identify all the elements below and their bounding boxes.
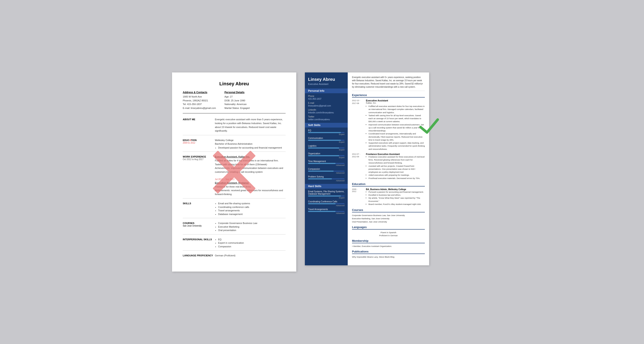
city: Phoenix, 1992AZ 85021 xyxy=(183,99,216,103)
courses-list: Corporate Governance Business LawExecuti… xyxy=(218,221,286,232)
linkedin-value: linkedin.com/in/linseyabreu xyxy=(308,111,344,114)
exp-jobtitle: Freelance Executive Assistant xyxy=(366,153,425,155)
courses-content: Corporate Governance Business LawExecuti… xyxy=(215,221,286,232)
soft-skill-bar-bg xyxy=(308,140,344,141)
exp-bullet: Assisted with ad-hoc projects. Created P… xyxy=(368,165,425,174)
interpersonal-item: Compassion xyxy=(218,245,286,248)
left-name: Linsey Abreu xyxy=(183,81,286,87)
address-label: Address & Contacts xyxy=(183,91,216,94)
exp-bullet: Supported executives with project suppor… xyxy=(368,141,425,151)
left-header: Linsey Abreu xyxy=(183,81,286,87)
soft-skill-name: EQ xyxy=(308,129,344,132)
skill-item: Coordinating conference calls xyxy=(218,205,286,209)
edu-bullets: Pursued a passion for accounting and fin… xyxy=(368,191,425,206)
skills-title: SKILLS xyxy=(183,202,215,216)
hard-skills-container: Email Systems, File-Sharing Systems, Dat… xyxy=(308,190,344,214)
exp-bullets: Freelance executive assistant for three … xyxy=(368,155,425,180)
languages-title: Languages xyxy=(352,225,425,230)
soft-skill-name: Communication xyxy=(308,137,344,139)
tel: Tel: 415-350-1837 xyxy=(183,103,216,106)
membership-item: • Member, Executive Assistant Organizati… xyxy=(352,245,425,247)
work-content: Executive Assistant, Kallas Inc. Fulfill… xyxy=(215,155,286,196)
exp-jobtitle: Executive Assistant xyxy=(366,99,425,102)
phone-label: Phone xyxy=(308,95,344,97)
right-title: Executive Assistant xyxy=(308,83,344,85)
course-item-right: Oral Presentation, San Jose University xyxy=(352,221,425,223)
work-section: WORK EXPERIENCE Oct 2012 to Aug 2017 Exe… xyxy=(183,155,286,198)
course-item: Corporate Governance Business Law xyxy=(218,221,286,225)
education-date: 2009 to 2012 xyxy=(183,142,195,144)
hard-skill-level: Expert xyxy=(308,197,344,199)
hard-skill-bar-fill xyxy=(308,211,336,212)
publications-section: Publications Why Impossible Means Lazy, … xyxy=(352,250,425,258)
courses-title: COURSES San Jose University xyxy=(183,221,215,232)
experience-item: 2012-07 - 2012-09Freelance Executive Ass… xyxy=(352,153,425,180)
soft-skill-bar-bg xyxy=(308,132,344,133)
hard-skill-bar-bg xyxy=(308,203,344,204)
exp-content: Executive AssistantKallas, Inc.Fulfilled… xyxy=(366,99,425,151)
skill-item: Travel arrangements xyxy=(218,209,286,212)
twitter-label: Twitter xyxy=(308,116,344,118)
personal-info-title: Personal Info xyxy=(305,89,348,93)
interpersonal-item: Expert in communication xyxy=(218,241,286,245)
exp-bullet: Aided executives with preparing for meet… xyxy=(368,174,425,177)
edu-date: 2009 - 2012 xyxy=(352,188,364,206)
soft-skill-bar-fill xyxy=(308,163,336,164)
soft-skill-bar-fill xyxy=(308,132,341,133)
language-item: Proficient in German xyxy=(352,234,425,237)
resume-right: Linsey Abreu Executive Assistant Persona… xyxy=(305,73,429,265)
email: E-mail: linseyabreu@gmail.com xyxy=(183,106,216,110)
right-publications-container: Why Impossible Means Lazy, Steve Blank B… xyxy=(352,256,425,258)
language-content: German (Proficient) xyxy=(215,254,286,258)
experience-title: Experience xyxy=(352,94,425,98)
right-name: Linsey Abreu xyxy=(308,77,344,82)
soft-skill-bar-bg xyxy=(308,163,344,164)
soft-skill-level: Advanced xyxy=(308,164,344,166)
email-label: E-mail xyxy=(308,102,344,104)
edu-bullet: Board member, Punch's Alley student-mana… xyxy=(368,203,425,206)
about-title: ABOUT ME xyxy=(183,118,215,133)
resume-left: Linsey Abreu Address & Contacts 1905 W N… xyxy=(172,73,296,271)
courses-title-right: Courses xyxy=(352,208,425,212)
skill-item: Database management xyxy=(218,212,286,216)
education-title-right: Education xyxy=(352,182,425,186)
interpersonal-title: INTERPERSONAL SKILLS xyxy=(183,238,215,248)
hard-skill-bar-fill xyxy=(308,203,336,204)
left-personal-block: Personal Details Age: 27 DOB: 25 June 19… xyxy=(224,91,250,110)
exp-bullet: Improved communication between executive… xyxy=(368,123,425,132)
soft-skill-level: Expert xyxy=(308,149,344,151)
publication-item: Why Impossible Means Lazy, Steve Blank B… xyxy=(352,256,425,258)
email-value: linseyabreu@gmail.com xyxy=(308,105,344,107)
soft-skill-name: Time Management xyxy=(308,160,344,162)
education-section: EDUCATION 2009 to 2012 Wellesley College… xyxy=(183,138,286,152)
skill-item: Email and file-sharing systems xyxy=(218,202,286,205)
experience-item: 2012-10 - 2017-08Executive AssistantKall… xyxy=(352,99,425,151)
soft-skill-name: Problem Solving xyxy=(308,176,344,178)
exp-bullets: Fulfilled all executive assistant duties… xyxy=(368,105,425,151)
about-content: Energetic executive assistant with more … xyxy=(215,118,286,133)
soft-skill-level: Expert xyxy=(308,133,344,135)
languages-section: Languages Fluent in SpanishProficient in… xyxy=(352,225,425,237)
soft-skill-level: Expert xyxy=(308,141,344,143)
course-item: Executive Marketing xyxy=(218,225,286,229)
hard-skill-name: Email Systems, File-Sharing Systems, Dat… xyxy=(308,190,344,195)
edu-bullet: Pursued a passion for accounting and fin… xyxy=(368,191,425,194)
right-main: Energetic executive assistant with 5+ ye… xyxy=(348,73,429,265)
experience-section: Experience 2012-10 - 2017-08Executive As… xyxy=(352,94,425,180)
linkedin-label: LinkedIn xyxy=(308,109,344,111)
courses-section: COURSES San Jose University Corporate Go… xyxy=(183,221,286,234)
education-item: 2009 - 2012BA, Business Admin, Wellesley… xyxy=(352,188,425,206)
soft-skill-name: Organization xyxy=(308,152,344,155)
soft-skill-level: Advanced xyxy=(308,172,344,174)
right-membership-container: • Member, Executive Assistant Organizati… xyxy=(352,245,425,247)
about-section: ABOUT ME Energetic executive assistant w… xyxy=(183,118,286,135)
edu-content: BA, Business Admin, Wellesley CollegePur… xyxy=(366,188,425,206)
soft-skill-level: Expert xyxy=(308,156,344,159)
soft-skill-bar-fill xyxy=(308,178,332,179)
hard-skill-bar-fill xyxy=(308,195,341,197)
soft-skill-bar-bg xyxy=(308,147,344,149)
language-section: LANGUAGE PROFICIENCY German (Proficient) xyxy=(183,254,286,260)
membership-section: Membership • Member, Executive Assistant… xyxy=(352,239,425,247)
exp-content: Freelance Executive AssistantFreelance e… xyxy=(366,153,425,180)
left-info: Address & Contacts 1905 W North Ave Phoe… xyxy=(183,91,286,113)
